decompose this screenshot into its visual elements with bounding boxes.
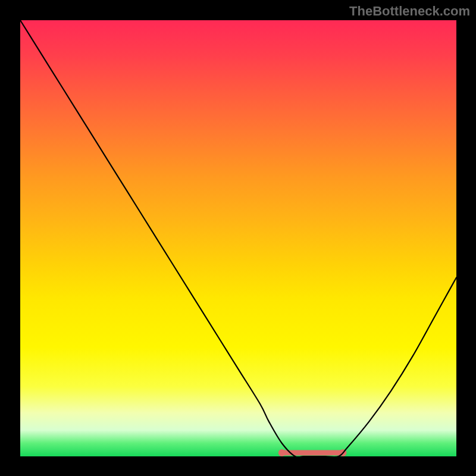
curve-svg bbox=[20, 20, 456, 456]
highlight-start-dot bbox=[278, 449, 286, 456]
watermark-text: TheBottleneck.com bbox=[349, 4, 470, 19]
plot-area bbox=[20, 20, 456, 456]
chart-container: { "watermark": "TheBottleneck.com", "cha… bbox=[0, 0, 476, 476]
bottleneck-curve-path bbox=[20, 20, 456, 456]
